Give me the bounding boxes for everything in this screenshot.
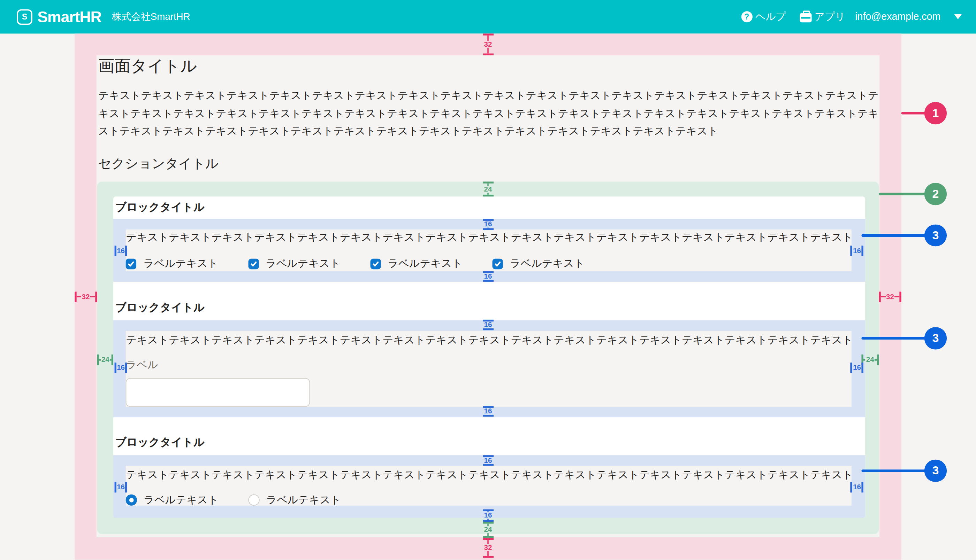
annotation-badge-3: 3 bbox=[924, 460, 946, 482]
block-title: ブロックタイトル bbox=[114, 200, 865, 215]
spacing-marker-value: 32 bbox=[81, 293, 90, 300]
radio-on-icon[interactable] bbox=[126, 495, 137, 505]
checkbox-item[interactable]: ラベルテキスト bbox=[248, 258, 341, 269]
block-padding-guide: テキストテキストテキストテキストテキストテキストテキストテキストテキストテキスト… bbox=[114, 219, 865, 282]
checkbox-label: ラベルテキスト bbox=[266, 258, 341, 269]
chevron-down-icon bbox=[954, 14, 961, 19]
checkbox-row: ラベルテキスト ラベルテキスト ラベルテキスト bbox=[126, 258, 852, 271]
account-menu[interactable]: info@example.com bbox=[855, 11, 962, 22]
block-content: テキストテキストテキストテキストテキストテキストテキストテキストテキストテキスト… bbox=[126, 230, 852, 271]
spacing-marker-line bbox=[487, 48, 489, 53]
text-input[interactable] bbox=[126, 378, 311, 407]
block-text: テキストテキストテキストテキストテキストテキストテキストテキストテキストテキスト… bbox=[126, 330, 852, 345]
spacing-marker-line bbox=[879, 292, 881, 302]
spacing-marker-line bbox=[483, 538, 493, 540]
radio-item-selected[interactable]: ラベルテキスト bbox=[126, 495, 219, 505]
section-padding-guide: ブロックタイトル テキストテキストテキストテキストテキストテキストテキストテキス… bbox=[97, 182, 879, 534]
spacing-marker-line bbox=[90, 296, 95, 297]
smarthr-logo-icon bbox=[17, 9, 32, 25]
checkbox-label: ラベルテキスト bbox=[510, 258, 585, 269]
main-content: 画面タイトル テキストテキストテキストテキストテキストテキストテキストテキストテ… bbox=[98, 55, 879, 534]
checkbox-item[interactable]: ラベルテキスト bbox=[126, 258, 219, 269]
checkbox-item[interactable]: ラベルテキスト bbox=[370, 258, 463, 269]
spacing-marker-line bbox=[881, 296, 886, 297]
page-title: 画面タイトル bbox=[98, 57, 879, 75]
spacing-marker-horizontal-32: 32 bbox=[75, 292, 97, 302]
annotation-badge-3: 3 bbox=[924, 224, 946, 246]
block-text: テキストテキストテキストテキストテキストテキストテキストテキストテキストテキスト… bbox=[126, 230, 852, 243]
help-link[interactable]: ヘルプ bbox=[741, 10, 786, 23]
spacing-marker-value: 32 bbox=[886, 293, 894, 300]
company-name: 株式会社SmartHR bbox=[112, 10, 191, 23]
app-header: SmartHR 株式会社SmartHR ヘルプ アプリ info@example… bbox=[0, 0, 976, 34]
spacing-marker-value: 32 bbox=[484, 544, 492, 551]
spacing-marker-line bbox=[487, 540, 489, 544]
checkbox-item[interactable]: ラベルテキスト bbox=[493, 258, 585, 269]
spacing-marker-line bbox=[487, 551, 489, 556]
spacing-marker-line bbox=[899, 292, 901, 302]
block-content: テキストテキストテキストテキストテキストテキストテキストテキストテキストテキスト… bbox=[126, 330, 852, 407]
checkbox-label: ラベルテキスト bbox=[144, 258, 219, 269]
spacing-marker-line bbox=[95, 292, 97, 302]
checkbox-checked-icon[interactable] bbox=[370, 258, 381, 269]
apps-link[interactable]: アプリ bbox=[800, 10, 845, 23]
block-text: テキストテキストテキストテキストテキストテキストテキストテキストテキストテキスト… bbox=[126, 466, 852, 480]
checkbox-label: ラベルテキスト bbox=[388, 258, 463, 269]
radio-off-icon[interactable] bbox=[249, 495, 259, 505]
spacing-marker-line bbox=[483, 556, 493, 558]
spacing-marker-horizontal-32: 32 bbox=[879, 292, 901, 302]
spacing-marker-value: 32 bbox=[484, 41, 492, 48]
block-padding-guide: テキストテキストテキストテキストテキストテキストテキストテキストテキストテキスト… bbox=[114, 455, 865, 518]
smarthr-logo[interactable]: SmartHR bbox=[17, 9, 101, 25]
spacing-marker-line bbox=[895, 296, 899, 297]
annotation-badge-2: 2 bbox=[924, 183, 946, 205]
checkbox-checked-icon[interactable] bbox=[493, 258, 503, 269]
field-label: ラベル bbox=[126, 359, 852, 370]
radio-label: ラベルテキスト bbox=[266, 495, 341, 505]
annotation-badge-1: 1 bbox=[924, 102, 946, 124]
radio-item-unselected[interactable]: ラベルテキスト bbox=[249, 495, 341, 505]
help-label: ヘルプ bbox=[755, 10, 786, 23]
smarthr-logo-text: SmartHR bbox=[37, 9, 102, 25]
checkbox-checked-icon[interactable] bbox=[126, 258, 137, 269]
spacing-marker-vertical-32: 32 bbox=[483, 34, 493, 55]
header-right: ヘルプ アプリ info@example.com bbox=[741, 10, 962, 23]
spacing-marker-line bbox=[487, 35, 489, 41]
account-email: info@example.com bbox=[855, 11, 941, 22]
block-title: ブロックタイトル bbox=[114, 300, 865, 315]
lead-paragraph: テキストテキストテキストテキストテキストテキストテキストテキストテキストテキスト… bbox=[98, 87, 879, 140]
apps-label: アプリ bbox=[815, 10, 845, 23]
annotation-leader-line bbox=[901, 112, 936, 115]
spacing-marker-line bbox=[483, 34, 493, 35]
block-content: テキストテキストテキストテキストテキストテキストテキストテキストテキストテキスト… bbox=[126, 466, 852, 505]
checkbox-checked-icon[interactable] bbox=[248, 258, 259, 269]
block-title: ブロックタイトル bbox=[114, 436, 865, 450]
page: SmartHR 株式会社SmartHR ヘルプ アプリ info@example… bbox=[0, 0, 976, 560]
spacing-marker-vertical-32: 32 bbox=[483, 538, 493, 558]
spacing-marker-line bbox=[483, 536, 493, 537]
spacing-marker-line bbox=[77, 296, 81, 297]
block-padding-guide: テキストテキストテキストテキストテキストテキストテキストテキストテキストテキスト… bbox=[114, 320, 865, 417]
help-icon bbox=[741, 11, 752, 22]
section-title: セクションタイトル bbox=[98, 157, 879, 171]
apps-icon bbox=[800, 13, 812, 23]
section-body: ブロックタイトル テキストテキストテキストテキストテキストテキストテキストテキス… bbox=[114, 197, 865, 518]
annotation-leader-line bbox=[879, 193, 936, 195]
radio-row: ラベルテキスト ラベルテキスト bbox=[126, 495, 852, 505]
annotation-badge-3: 3 bbox=[924, 327, 946, 349]
spacing-marker-line bbox=[75, 292, 76, 302]
radio-label: ラベルテキスト bbox=[144, 495, 219, 505]
